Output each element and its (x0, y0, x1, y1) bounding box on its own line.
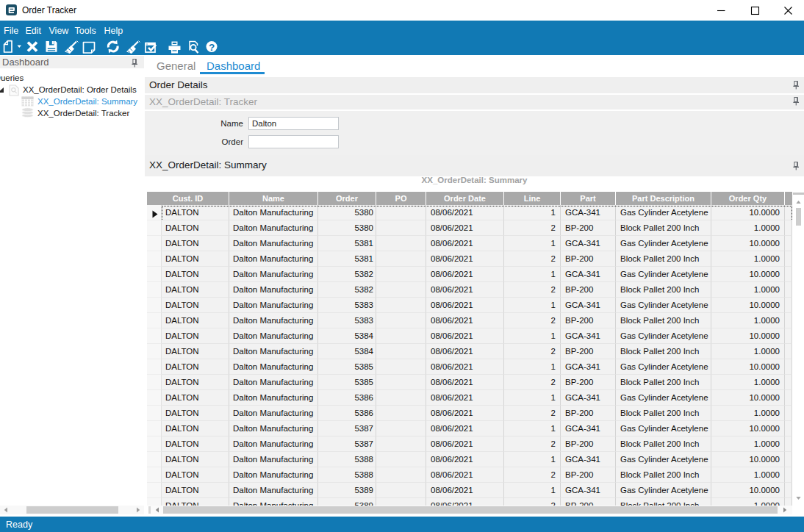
svg-text:?: ? (209, 42, 215, 53)
